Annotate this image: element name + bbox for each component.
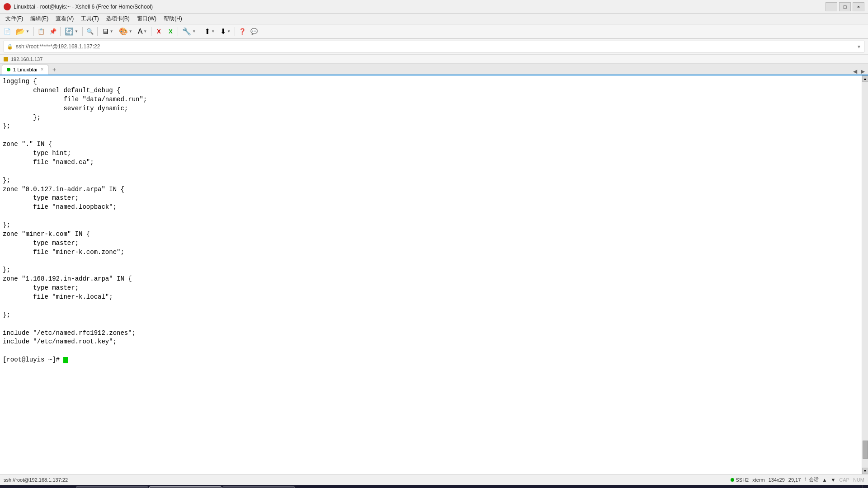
- address-text: ssh://root:******@192.168.1.137:22: [16, 43, 100, 50]
- open-dropdown[interactable]: 📂▼: [14, 26, 32, 37]
- status-cursor: 29,17: [788, 477, 801, 483]
- taskbar-app-extra[interactable]: 口 口日: [222, 486, 295, 488]
- feedback-button[interactable]: 💬: [249, 26, 259, 37]
- minimize-button[interactable]: −: [826, 2, 837, 11]
- scroll-up-arrow[interactable]: ▲: [822, 477, 827, 483]
- menu-window[interactable]: 窗口(W): [133, 14, 160, 23]
- session-tab-bar: 1 Linuxbtai × + ◀ ▶: [0, 64, 868, 75]
- xshell-logo-button[interactable]: X: [153, 26, 164, 37]
- file-explorer-button[interactable]: 📁: [56, 485, 74, 488]
- paste-button[interactable]: 📌: [47, 26, 58, 37]
- toolbar-sep-5: [151, 27, 151, 36]
- menu-tabs[interactable]: 选项卡(B): [103, 14, 133, 23]
- maximize-button[interactable]: □: [839, 2, 851, 11]
- status-ssh-indicator: SSH2: [731, 477, 749, 483]
- terminal-area: logging { channel default_debug { file "…: [0, 75, 868, 474]
- title-bar-left: Linuxbtai - root@luyis:~ - Xshell 6 (Fre…: [4, 3, 153, 10]
- status-protocol: SSH2: [736, 477, 749, 483]
- menu-edit[interactable]: 编辑(E): [27, 14, 52, 23]
- status-cap: CAP: [839, 477, 849, 483]
- scrollbar-down-button[interactable]: ▼: [862, 468, 868, 474]
- color-dropdown[interactable]: 🎨▼: [117, 26, 135, 37]
- lock-icon: 🔒: [7, 44, 13, 50]
- connection-icon: [4, 57, 8, 61]
- scrollbar-thumb[interactable]: [863, 441, 868, 459]
- title-bar: Linuxbtai - root@luyis:~ - Xshell 6 (Fre…: [0, 0, 868, 14]
- font-dropdown[interactable]: A▼: [136, 26, 150, 37]
- new-session-button[interactable]: 📄: [2, 26, 13, 37]
- tab-close-button-1[interactable]: ×: [41, 67, 43, 72]
- connection-label-bar: 192.168.1.137: [0, 55, 868, 64]
- tab-label-1: 1 Linuxbtai: [13, 67, 37, 72]
- download-dropdown[interactable]: ⬇▼: [218, 26, 233, 37]
- terminal-output[interactable]: logging { channel default_debug { file "…: [0, 75, 862, 474]
- menu-bar: 文件(F) 编辑(E) 查看(V) 工具(T) 选项卡(B) 窗口(W) 帮助(…: [0, 14, 868, 24]
- task-view-button[interactable]: ⬜: [38, 485, 56, 488]
- scroll-down-arrow[interactable]: ▼: [830, 477, 835, 483]
- show-desktop-button[interactable]: [863, 485, 866, 488]
- status-bar: ssh://root@192.168.1.137:22 SSH2 xterm 1…: [0, 474, 868, 485]
- toolbar-sep-8: [235, 27, 235, 36]
- status-size: 134x29: [769, 477, 785, 483]
- layout-dropdown[interactable]: 🖥▼: [99, 26, 116, 37]
- toolbar-sep-3: [82, 27, 83, 36]
- menu-file[interactable]: 文件(F): [2, 14, 27, 23]
- transfer-dropdown[interactable]: 🔄▼: [62, 26, 80, 37]
- find-button[interactable]: 🔍: [85, 26, 95, 37]
- xftp-button[interactable]: X: [165, 26, 176, 37]
- tab-active-indicator: [7, 68, 10, 71]
- app-icon: [4, 3, 11, 10]
- taskbar-app-xshell[interactable]: X Linuxbtai - root@...: [149, 486, 222, 488]
- tab-nav: ◀ ▶: [852, 68, 866, 75]
- window-title: Linuxbtai - root@luyis:~ - Xshell 6 (Fre…: [14, 4, 153, 10]
- tools-dropdown[interactable]: 🔧▼: [180, 26, 198, 37]
- terminal-text: logging { channel default_debug { file "…: [3, 77, 859, 365]
- toolbar-sep-6: [178, 27, 178, 36]
- tab-next-arrow[interactable]: ▶: [859, 68, 866, 75]
- session-tab-1[interactable]: 1 Linuxbtai ×: [2, 65, 48, 75]
- taskbar-right: ∧ ⌨ 田 英 ◑ 简 ⚙ 🔊 10:19:34 2019/8/23: [771, 485, 866, 488]
- scrollbar-track: [862, 82, 868, 468]
- toolbar-sep-2: [60, 27, 61, 36]
- status-right: SSH2 xterm 134x29 29,17 1 会话 ▲ ▼ CAP NUM: [731, 476, 864, 483]
- connection-label-text: 192.168.1.137: [11, 56, 42, 62]
- address-dropdown-arrow[interactable]: ▼: [857, 44, 861, 49]
- menu-view[interactable]: 查看(V): [52, 14, 77, 23]
- help-button[interactable]: ❓: [237, 26, 248, 37]
- toolbar-sep-4: [97, 27, 98, 36]
- address-bar[interactable]: 🔒 ssh://root:******@192.168.1.137:22 ▼: [4, 41, 864, 52]
- status-terminal: xterm: [752, 477, 765, 483]
- search-button[interactable]: 🔍: [20, 485, 38, 488]
- status-num: NUM: [853, 477, 864, 483]
- add-tab-button[interactable]: +: [49, 65, 59, 75]
- close-button[interactable]: ×: [853, 2, 864, 11]
- status-sessions: 1 会话: [804, 476, 818, 483]
- taskbar-apps: V Linuxbtai - VMwa... X Linuxbtai - root…: [76, 486, 295, 488]
- toolbar-sep-1: [33, 27, 34, 36]
- ssh-status-dot: [731, 478, 734, 482]
- window-controls: − □ ×: [826, 2, 864, 11]
- status-connection: ssh://root@192.168.1.137:22: [4, 477, 725, 483]
- start-button[interactable]: [2, 485, 20, 488]
- scrollbar-up-button[interactable]: ▲: [862, 75, 868, 82]
- upload-dropdown[interactable]: ⬆▼: [202, 26, 217, 37]
- menu-help[interactable]: 帮助(H): [160, 14, 186, 23]
- toolbar-sep-7: [200, 27, 200, 36]
- taskbar: 🔍 ⬜ 📁 V Linuxbtai - VMwa... X Linuxbtai …: [0, 485, 868, 488]
- menu-tools[interactable]: 工具(T): [77, 14, 102, 23]
- toolbar: 📄 📂▼ 📋 📌 🔄▼ 🔍 🖥▼ 🎨▼ A▼ X X 🔧▼ ⬆▼ ⬇▼ ❓ 💬: [0, 24, 868, 39]
- taskbar-app-vmware[interactable]: V Linuxbtai - VMwa...: [76, 486, 148, 488]
- tab-prev-arrow[interactable]: ◀: [852, 68, 859, 75]
- terminal-scrollbar[interactable]: ▲ ▼: [862, 75, 868, 474]
- copy-button[interactable]: 📋: [36, 26, 47, 37]
